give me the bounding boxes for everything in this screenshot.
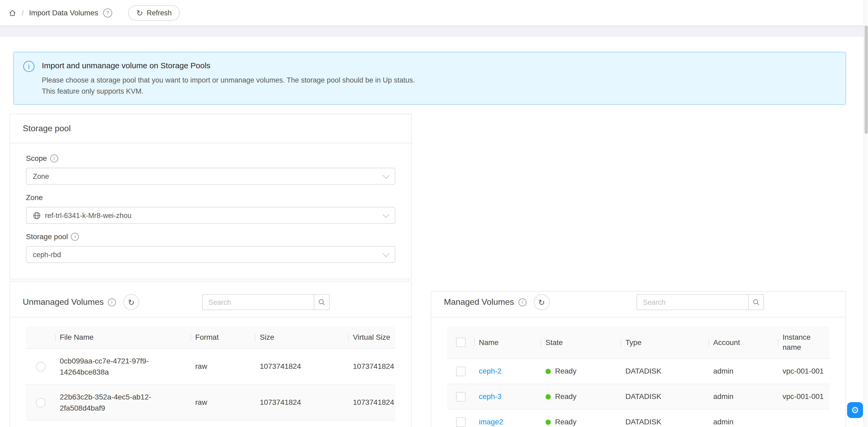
storage-pool-card: Storage pool Scope i Zone Zone: [9, 114, 412, 279]
globe-icon: [33, 211, 41, 219]
zone-field-label: Zone: [26, 192, 395, 203]
managed-refresh-button[interactable]: ↻: [534, 294, 550, 310]
row-checkbox[interactable]: [456, 366, 466, 376]
pool-info-icon[interactable]: i: [71, 233, 79, 241]
file-name-cell: 22b63c2b-352a-4ec5-ab12-2fa508d4baf9: [56, 391, 191, 414]
zone-label-text: Zone: [26, 193, 43, 202]
unmanaged-table: File Name Format Size Virtual Size 0cb09…: [26, 327, 395, 427]
selection-column-header: [26, 327, 56, 348]
status-dot-ready: [546, 369, 551, 374]
info-circle-icon: i: [23, 61, 34, 72]
refresh-button[interactable]: ↻ Refresh: [128, 5, 180, 20]
scope-field-label: Scope i: [26, 153, 395, 163]
info-alert: i Import and unmanage volume on Storage …: [13, 52, 846, 105]
volume-name-link[interactable]: ceph-3: [475, 391, 541, 402]
unmanaged-refresh-button[interactable]: ↻: [123, 294, 139, 310]
file-name-cell: 0cb099aa-cc7e-4721-97f9-14264bce838a: [56, 355, 191, 377]
page: / Import Data Volumes ? ↻ Refresh i Impo…: [0, 0, 868, 427]
pool-select-value: ceph-rbd: [33, 250, 61, 258]
virtual-size-cell: 1073741824: [349, 361, 398, 372]
size-cell: 1073741824: [255, 397, 349, 408]
scrollbar-thumb[interactable]: [865, 25, 868, 134]
search-icon: [318, 298, 326, 306]
column-header-file-name: File Name: [56, 327, 191, 348]
column-header-size: Size: [255, 327, 349, 348]
pool-select-left: ceph-rbd: [33, 250, 61, 258]
storage-pool-select[interactable]: ceph-rbd: [26, 246, 395, 263]
help-icon[interactable]: ?: [103, 8, 112, 17]
instance-name-cell: vpc-001-001: [778, 366, 830, 377]
pool-field-label: Storage pool i: [26, 231, 395, 242]
zone-select[interactable]: ref-trl-6341-k-Mr8-wei-zhou: [26, 207, 395, 224]
main-content: i Import and unmanage volume on Storage …: [0, 37, 864, 427]
table-row: ceph-3 Ready DATADISK admin vpc-001-001: [447, 384, 830, 409]
row-radio[interactable]: [36, 398, 45, 407]
table-row: ceph-2 Ready DATADISK admin vpc-001-001: [447, 359, 830, 384]
managed-volumes-panel: Managed Volumes i ↻: [431, 291, 846, 427]
pool-label-text: Storage pool: [26, 232, 68, 241]
settings-fab-button[interactable]: ⚙: [847, 402, 863, 418]
breadcrumb-separator: /: [22, 8, 24, 17]
format-cell: raw: [191, 361, 255, 372]
virtual-size-cell: 1073741824: [349, 397, 398, 408]
column-header-virtual-size: Virtual Size: [349, 327, 395, 348]
home-icon[interactable]: [8, 9, 17, 17]
scope-info-icon[interactable]: i: [50, 154, 58, 162]
unmanaged-volumes-panel: Unmanaged Volumes i ↻: [9, 281, 412, 427]
reload-icon: ↻: [538, 298, 545, 306]
zone-select-value: ref-trl-6341-k-Mr8-wei-zhou: [45, 211, 131, 219]
scope-select-left: Zone: [33, 172, 49, 180]
column-header-name: Name: [475, 327, 541, 358]
type-cell: DATADISK: [621, 391, 709, 402]
vertical-scrollbar[interactable]: [864, 0, 868, 427]
unmanaged-table-header: File Name Format Size Virtual Size: [26, 327, 395, 349]
header: / Import Data Volumes ? ↻ Refresh: [0, 0, 868, 25]
type-cell: DATADISK: [621, 417, 709, 427]
scope-select[interactable]: Zone: [26, 168, 395, 185]
managed-search-input[interactable]: [637, 294, 748, 310]
table-row: image2 Ready DATADISK admin: [447, 409, 830, 427]
volume-name-link[interactable]: ceph-2: [475, 366, 541, 377]
checkbox-cell: [447, 366, 475, 376]
type-cell: DATADISK: [621, 366, 709, 377]
alert-line2: This feature only supports KVM.: [42, 86, 415, 97]
state-cell: Ready: [541, 391, 621, 402]
unmanaged-panel-header: Unmanaged Volumes i ↻: [10, 281, 411, 317]
reload-icon: ↻: [128, 298, 134, 306]
state-label: Ready: [555, 391, 577, 402]
gear-icon: ⚙: [851, 404, 859, 416]
managed-info-icon[interactable]: i: [518, 298, 526, 306]
volumes-panels: Unmanaged Volumes i ↻: [9, 279, 846, 427]
chevron-down-icon: [382, 250, 389, 256]
column-header-account: Account: [709, 327, 778, 358]
state-label: Ready: [555, 417, 577, 427]
radio-cell: [26, 362, 56, 371]
column-header-format: Format: [191, 327, 255, 348]
unmanaged-info-icon[interactable]: i: [108, 298, 116, 306]
select-all-checkbox[interactable]: [456, 338, 466, 347]
alert-title: Import and unmanage volume on Storage Po…: [42, 60, 415, 71]
column-header-state: State: [541, 327, 621, 358]
breadcrumb-current: Import Data Volumes: [29, 8, 98, 17]
column-header-type: Type: [621, 327, 709, 358]
refresh-button-label: Refresh: [147, 9, 172, 17]
state-cell: Ready: [541, 366, 621, 377]
row-checkbox[interactable]: [456, 417, 466, 427]
row-checkbox[interactable]: [456, 392, 466, 401]
unmanaged-search-input[interactable]: [202, 294, 314, 310]
managed-search-button[interactable]: [748, 294, 764, 310]
selection-column-header: [447, 327, 475, 358]
state-label: Ready: [555, 366, 577, 377]
account-cell: admin: [709, 417, 778, 427]
unmanaged-search: [202, 294, 330, 310]
checkbox-cell: [447, 392, 475, 401]
instance-name-cell: vpc-001-001: [778, 391, 830, 402]
managed-search: [637, 294, 764, 310]
unmanaged-search-button[interactable]: [314, 294, 330, 310]
checkbox-cell: [447, 417, 475, 427]
managed-table-header: Name State Type Account Instance name: [447, 327, 830, 359]
volume-name-link[interactable]: image2: [475, 417, 541, 427]
row-radio[interactable]: [36, 362, 45, 371]
storage-pool-card-title: Storage pool: [10, 114, 411, 143]
status-dot-ready: [546, 419, 551, 425]
